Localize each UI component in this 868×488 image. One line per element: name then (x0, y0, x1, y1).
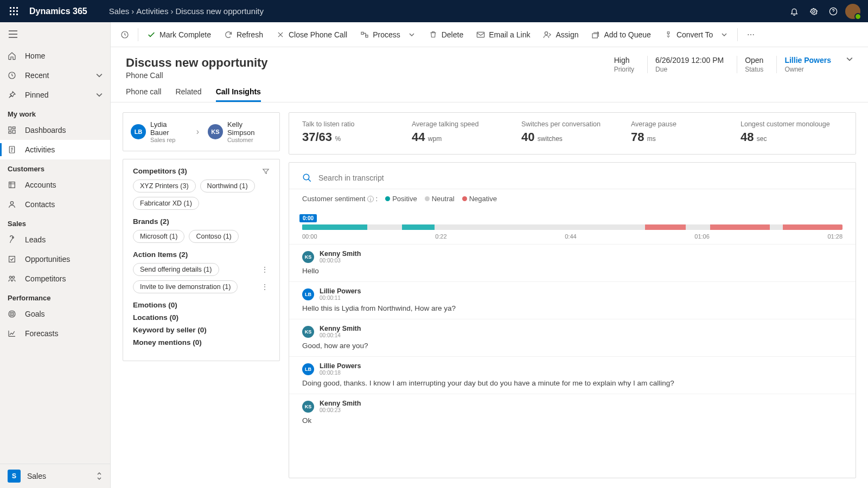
help-icon[interactable] (824, 2, 843, 21)
sentiment-segment (645, 224, 686, 230)
chevron-down-icon (720, 30, 729, 39)
svg-rect-0 (10, 7, 11, 9)
more-icon[interactable]: ⋮ (260, 265, 270, 274)
sidebar-item-recent[interactable]: Recent (0, 66, 110, 85)
breadcrumb-item[interactable]: Activities (136, 7, 168, 16)
sidebar-item-home[interactable]: Home (0, 46, 110, 66)
dashboards-icon (8, 126, 16, 134)
transcript-message: KSKenny Smith00:00:23Ok (289, 394, 856, 431)
svg-rect-4 (13, 10, 15, 12)
svg-rect-20 (9, 182, 15, 188)
chevron-down-icon[interactable] (844, 56, 853, 62)
more-icon[interactable]: ⋮ (260, 282, 270, 291)
sidebar-item-leads[interactable]: Leads (0, 230, 110, 249)
sidebar-group: Performance (0, 288, 110, 304)
area-initial: S (8, 470, 21, 483)
avatar: KS (302, 251, 314, 263)
refresh-button[interactable]: Refresh (219, 25, 269, 44)
hamburger-icon[interactable] (0, 22, 110, 46)
insight-section-header: Keyword by seller (0) (133, 326, 270, 334)
svg-rect-34 (477, 32, 484, 37)
svg-rect-2 (16, 7, 18, 9)
sidebar-item-activities[interactable]: Activities (0, 140, 110, 159)
insight-section-header: Money mentions (0) (133, 338, 270, 346)
convert-button[interactable]: Convert To (659, 25, 734, 44)
header-field: 6/26/2019 12:00 PMDue (647, 56, 731, 73)
svg-rect-16 (12, 127, 15, 129)
svg-rect-1 (13, 7, 15, 9)
chip[interactable]: XYZ Printers (3) (133, 179, 196, 192)
sentiment-timeline[interactable] (302, 224, 843, 230)
chip[interactable]: Contoso (1) (189, 230, 238, 243)
breadcrumb-item[interactable]: Discuss new opportunity (175, 7, 264, 16)
breadcrumb-item[interactable]: Sales (109, 7, 130, 16)
notifications-icon[interactable] (784, 2, 804, 21)
svg-point-27 (10, 312, 14, 316)
activities-icon (8, 145, 16, 154)
sidebar-item-accounts[interactable]: Accounts (0, 175, 110, 195)
area-switcher[interactable]: S Sales (0, 464, 110, 488)
goals-icon (8, 310, 16, 318)
svg-rect-15 (9, 127, 11, 130)
sidebar-item-opportunities[interactable]: Opportunities (0, 249, 110, 269)
competitors-icon (8, 274, 16, 283)
transcript-search-input[interactable] (318, 170, 546, 185)
sidebar-item-forecasts[interactable]: Forecasts (0, 324, 110, 343)
record-subtype: Phone Call (126, 71, 268, 80)
email-link-button[interactable]: Email a Link (471, 25, 535, 44)
sidebar-item-goals[interactable]: Goals (0, 304, 110, 324)
sidebar-group: Sales (0, 214, 110, 230)
insights-card: Competitors (3)XYZ Printers (3)Northwind… (123, 159, 280, 361)
tab-call-insights[interactable]: Call Insights (216, 87, 261, 102)
assign-icon (543, 30, 552, 39)
sidebar-group: My work (0, 105, 110, 120)
svg-rect-17 (12, 130, 15, 133)
participant-from: LB Lydia BauerSales rep (131, 120, 188, 143)
pinned-icon (8, 91, 16, 99)
mark-complete-button[interactable]: Mark Complete (142, 25, 216, 44)
close-call-button[interactable]: Close Phone Call (271, 25, 353, 44)
stat: Switches per conversation40 switches (521, 120, 623, 144)
header-field: HighPriority (607, 56, 642, 73)
chip[interactable]: Invite to live demonstration (1) (133, 280, 238, 293)
stat: Talk to listen ratio37/63 % (302, 120, 404, 144)
user-avatar[interactable] (843, 2, 863, 21)
close-icon (276, 30, 285, 39)
tab-phone-call[interactable]: Phone call (126, 87, 161, 102)
delete-button[interactable]: Delete (424, 25, 469, 44)
svg-rect-36 (592, 34, 597, 38)
more-commands-button[interactable]: ⋯ (741, 25, 761, 44)
chip[interactable]: Microsoft (1) (133, 230, 184, 243)
more-icon: ⋯ (746, 30, 755, 39)
process-button[interactable]: Process (355, 25, 422, 44)
chip[interactable]: Fabricator XD (1) (133, 197, 199, 210)
sidebar: HomeRecentPinned My workDashboardsActivi… (0, 22, 111, 488)
app-launcher-icon[interactable] (5, 3, 23, 20)
sidebar-item-pinned[interactable]: Pinned (0, 85, 110, 105)
avatar: KS (302, 401, 314, 413)
svg-rect-8 (16, 14, 18, 15)
avatar: LB (302, 363, 314, 375)
insight-section-header: Brands (2) (133, 217, 270, 226)
svg-point-24 (9, 276, 11, 278)
sidebar-item-dashboards[interactable]: Dashboards (0, 120, 110, 140)
settings-icon[interactable] (804, 2, 824, 21)
assign-button[interactable]: Assign (538, 25, 584, 44)
sidebar-item-contacts[interactable]: Contacts (0, 195, 110, 214)
chip[interactable]: Send offering details (1) (133, 263, 219, 276)
convert-icon (664, 30, 673, 39)
tab-related[interactable]: Related (175, 87, 201, 102)
svg-point-28 (11, 313, 12, 314)
avatar: KS (208, 124, 223, 139)
header-image-placeholder (458, 56, 504, 71)
sidebar-item-competitors[interactable]: Competitors (0, 269, 110, 288)
search-icon (302, 173, 312, 183)
filter-icon[interactable] (262, 168, 270, 175)
participants-card: LB Lydia BauerSales rep › KS Kelly Simps… (123, 112, 280, 151)
history-button[interactable] (115, 25, 135, 44)
info-icon[interactable]: i (367, 196, 374, 202)
app-name: Dynamics 365 (29, 7, 87, 16)
chip[interactable]: Northwind (1) (200, 179, 255, 192)
add-queue-button[interactable]: Add to Queue (586, 25, 656, 44)
svg-rect-3 (10, 10, 11, 12)
